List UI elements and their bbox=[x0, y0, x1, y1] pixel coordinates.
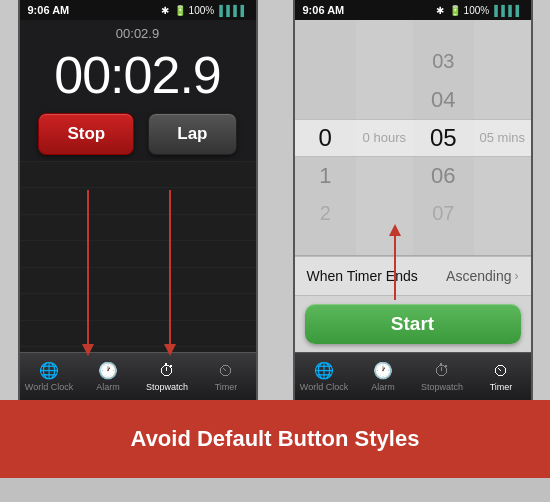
right-status-bar: 9:06 AM ✱ 🔋 100% ▌▌▌▌ bbox=[293, 0, 533, 20]
stopwatch-header-time: 00:02.9 bbox=[20, 20, 256, 43]
picker-hour-1: 1 bbox=[319, 157, 331, 195]
mins-label-text: 05 mins bbox=[480, 130, 526, 145]
right-phone-frame: 9:06 AM ✱ 🔋 100% ▌▌▌▌ 0 bbox=[275, 0, 550, 400]
left-phone-frame: 9:06 AM ✱ 🔋 100% ▌▌▌▌ 00:02.9 00:02.9 St… bbox=[0, 0, 275, 400]
tab-alarm-label-left: Alarm bbox=[96, 382, 120, 392]
tab-timer-label-left: Timer bbox=[215, 382, 238, 392]
stop-button[interactable]: Stop bbox=[38, 113, 134, 155]
left-status-icons: ✱ 🔋 100% ▌▌▌▌ bbox=[161, 5, 248, 16]
tab-stopwatch-label-left: Stopwatch bbox=[146, 382, 188, 392]
left-status-bar: 9:06 AM ✱ 🔋 100% ▌▌▌▌ bbox=[18, 0, 258, 20]
left-status-time: 9:06 AM bbox=[28, 4, 70, 16]
tab-timer-label-right: Timer bbox=[490, 382, 513, 392]
tab-world-clock-label-left: World Clock bbox=[25, 382, 73, 392]
tab-world-clock-left[interactable]: 🌐 World Clock bbox=[20, 353, 79, 400]
picker-hour-2: 2 bbox=[320, 195, 331, 233]
tab-world-clock-label-right: World Clock bbox=[300, 382, 348, 392]
when-timer-row[interactable]: When Timer Ends Ascending › bbox=[295, 256, 531, 296]
tab-alarm-right[interactable]: 🕐 Alarm bbox=[354, 353, 413, 400]
picker-min-03: 03 bbox=[432, 43, 454, 81]
right-status-time: 9:06 AM bbox=[303, 4, 345, 16]
stopwatch-icon-left: ⏱ bbox=[159, 362, 175, 380]
picker-hour-selected: 0 bbox=[319, 119, 332, 157]
hours-label-col: 0 hours bbox=[356, 20, 412, 255]
alarm-icon-right: 🕐 bbox=[373, 361, 393, 380]
chevron-right-icon: › bbox=[515, 269, 519, 283]
alarm-icon-left: 🕐 bbox=[98, 361, 118, 380]
left-tab-bar: 🌐 World Clock 🕐 Alarm ⏱ Stopwatch ⏲ Time… bbox=[18, 352, 258, 400]
picker-min-selected: 05 bbox=[430, 119, 457, 157]
hours-numbers-col: 0 1 2 bbox=[295, 20, 357, 255]
stopwatch-buttons: Stop Lap bbox=[20, 107, 256, 161]
start-button-label: Start bbox=[391, 313, 434, 335]
right-phone: 9:06 AM ✱ 🔋 100% ▌▌▌▌ 0 bbox=[275, 0, 550, 400]
tab-stopwatch-right[interactable]: ⏱ Stopwatch bbox=[413, 353, 472, 400]
tab-stopwatch-label-right: Stopwatch bbox=[421, 382, 463, 392]
when-timer-label: When Timer Ends bbox=[307, 268, 418, 284]
tab-alarm-label-right: Alarm bbox=[371, 382, 395, 392]
globe-icon-right: 🌐 bbox=[314, 361, 334, 380]
left-phone: 9:06 AM ✱ 🔋 100% ▌▌▌▌ 00:02.9 00:02.9 St… bbox=[0, 0, 275, 400]
right-tab-bar: 🌐 World Clock 🕐 Alarm ⏱ Stopwatch ⏲ Time… bbox=[293, 352, 533, 400]
when-timer-value: Ascending bbox=[446, 268, 511, 284]
right-screen: 0 1 2 0 hours 03 04 05 06 07 bbox=[293, 20, 533, 352]
mins-numbers-col: 03 04 05 06 07 bbox=[413, 20, 475, 255]
picker-min-06: 06 bbox=[431, 157, 455, 195]
tab-world-clock-right[interactable]: 🌐 World Clock bbox=[295, 353, 354, 400]
stopwatch-main-time: 00:02.9 bbox=[20, 43, 256, 107]
hours-label-text: 0 hours bbox=[363, 130, 406, 145]
timer-icon-left: ⏲ bbox=[218, 362, 234, 380]
tab-timer-right[interactable]: ⏲ Timer bbox=[472, 353, 531, 400]
mins-label-col: 05 mins bbox=[474, 20, 530, 255]
globe-icon: 🌐 bbox=[39, 361, 59, 380]
timer-icon-right: ⏲ bbox=[493, 362, 509, 380]
banner-text: Avoid Default Button Styles bbox=[131, 426, 420, 452]
picker-drum[interactable]: 0 1 2 0 hours 03 04 05 06 07 bbox=[295, 20, 531, 256]
picker-hour-empty1 bbox=[323, 43, 329, 81]
left-screen: 00:02.9 00:02.9 Stop Lap bbox=[18, 20, 258, 352]
lap-button[interactable]: Lap bbox=[148, 113, 236, 155]
start-button[interactable]: Start bbox=[305, 304, 521, 344]
tab-alarm-left[interactable]: 🕐 Alarm bbox=[79, 353, 138, 400]
tab-timer-left[interactable]: ⏲ Timer bbox=[197, 353, 256, 400]
tab-stopwatch-left[interactable]: ⏱ Stopwatch bbox=[138, 353, 197, 400]
bottom-banner: Avoid Default Button Styles bbox=[0, 400, 550, 478]
picker-min-04: 04 bbox=[431, 81, 455, 119]
lap-list bbox=[20, 161, 256, 352]
when-timer-value-group: Ascending › bbox=[446, 268, 518, 284]
picker-min-07: 07 bbox=[432, 195, 454, 233]
stopwatch-icon-right: ⏱ bbox=[434, 362, 450, 380]
right-status-icons: ✱ 🔋 100% ▌▌▌▌ bbox=[436, 5, 523, 16]
